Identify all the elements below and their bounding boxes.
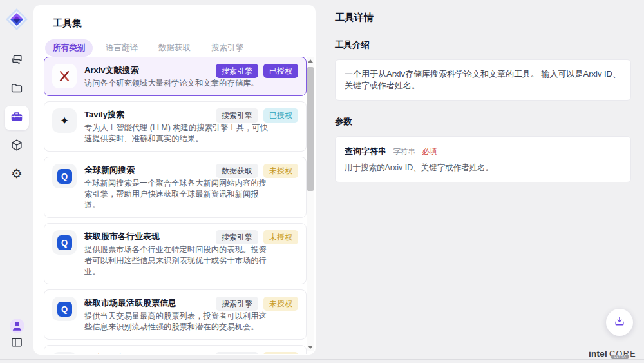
scroll-down-icon[interactable] xyxy=(307,343,314,351)
tab-3[interactable]: 搜索引擎 xyxy=(204,39,251,57)
tool-description: 提供股票市场各个行业在特定时间段内的表现。投资者可以利用这些信息来识别表现优于或… xyxy=(84,244,270,277)
tool-card[interactable]: 万维地区新闻查询 查询具体行政区划内的新闻，快速了解各地新闻动 搜索引擎 未授权 xyxy=(44,345,307,354)
tool-description: 提供当天交易量最高的股票列表，投资者可以利用这些信息来识别流动性强的股票和潜在的… xyxy=(84,311,270,333)
sidebar-item-models[interactable] xyxy=(5,134,29,159)
tool-card[interactable]: Q 获取股市各行业表现 提供股票市场各个行业在特定时间段内的表现。投资者可以利用… xyxy=(44,223,307,284)
toolbox-icon xyxy=(10,110,24,126)
auth-status-badge: 未授权 xyxy=(263,352,298,354)
category-tabs: 所有类别语言翻译数据获取搜索引擎 xyxy=(45,39,316,57)
app-sidebar: ⚙ xyxy=(0,0,33,363)
category-badge: 搜索引擎 xyxy=(216,230,258,244)
gem-logo-icon xyxy=(5,7,29,32)
tool-description: 全球新闻搜索是一个聚合全球各大新闻网站内容的搜索引擎，帮助用户快速获取全球最新资… xyxy=(84,178,270,211)
tool-description: 访问各个研究领域大量科学论文和文章的存储库。 xyxy=(84,78,259,89)
scroll-up-icon[interactable] xyxy=(307,57,314,65)
tool-card[interactable]: Q 获取市场最活跃股票信息 提供当天交易量最高的股票列表，投资者可以利用这些信息… xyxy=(44,289,307,340)
arxiv-x-icon xyxy=(52,64,77,88)
intel-core-logo: intel core ULTRA xyxy=(589,349,636,358)
sidebar-item-chat[interactable] xyxy=(5,49,29,74)
category-badge: 搜索引擎 xyxy=(216,64,258,78)
cube-icon xyxy=(10,138,24,155)
tool-card[interactable]: Q 全球新闻搜索 全球新闻搜索是一个聚合全球各大新闻网站内容的搜索引擎，帮助用户… xyxy=(44,157,307,218)
panel-layout-icon xyxy=(10,336,23,351)
tool-list-panel: 工具集 所有类别语言翻译数据获取搜索引擎 Arxiv文献搜索 访问各个研究领域大… xyxy=(33,5,316,355)
param-type: 字符串 xyxy=(393,148,415,155)
auth-status-badge: 未授权 xyxy=(263,230,298,244)
q-news-icon: Q xyxy=(52,230,77,255)
param-name: 查询字符串 xyxy=(345,146,386,156)
sidebar-item-settings[interactable]: ⚙ xyxy=(5,161,29,186)
category-badge: 搜索引擎 xyxy=(216,297,258,311)
intro-text-box: 一个用于从Arxiv存储库搜索科学论文和文章的工具。 输入可以是Arxiv ID… xyxy=(335,59,631,101)
intro-heading: 工具介绍 xyxy=(335,39,631,51)
folder-icon xyxy=(10,81,24,98)
newspaper-icon xyxy=(52,352,77,354)
q-news-icon: Q xyxy=(52,164,77,188)
download-icon xyxy=(613,315,626,330)
auth-status-badge: 未授权 xyxy=(263,297,298,311)
list-scrollbar[interactable] xyxy=(307,57,314,351)
tool-card-list: Arxiv文献搜索 访问各个研究领域大量科学论文和文章的存储库。 搜索引擎 已授… xyxy=(44,57,307,354)
category-badge: 搜索引擎 xyxy=(216,108,258,123)
tab-0[interactable]: 所有类别 xyxy=(45,39,93,57)
sidebar-item-collapse-panel[interactable] xyxy=(5,331,29,356)
tab-1[interactable]: 语言翻译 xyxy=(98,39,146,57)
tool-detail-panel: 工具详情 工具介绍 一个用于从Arxiv存储库搜索科学论文和文章的工具。 输入可… xyxy=(323,0,644,363)
auth-status-badge: 未授权 xyxy=(263,164,298,178)
param-description: 用于搜索的Arxiv ID、关键字或作者姓名。 xyxy=(345,162,621,173)
q-news-icon: Q xyxy=(52,297,77,321)
param-required-flag: 必填 xyxy=(422,148,437,155)
tab-2[interactable]: 数据获取 xyxy=(151,39,198,57)
window-bottom-edge xyxy=(0,359,644,360)
sidebar-item-tools[interactable] xyxy=(5,106,29,130)
tool-card[interactable]: ✦ Tavily搜索 专为人工智能代理 (LLM) 构建的搜索引擎工具，可快速提… xyxy=(44,101,307,152)
ultra-badge: ULTRA xyxy=(611,355,629,359)
intel-wordmark: intel xyxy=(589,349,607,358)
page-title: 工具集 xyxy=(33,5,316,30)
sparkle-icon: ✦ xyxy=(52,108,77,133)
auth-status-badge: 已授权 xyxy=(263,64,298,78)
download-button[interactable] xyxy=(606,309,633,336)
params-heading: 参数 xyxy=(335,116,631,128)
sidebar-item-files[interactable] xyxy=(5,77,29,102)
detail-title: 工具详情 xyxy=(335,12,631,24)
chat-icon xyxy=(10,53,24,70)
scrollbar-thumb[interactable] xyxy=(307,67,314,191)
tool-card[interactable]: Arxiv文献搜索 访问各个研究领域大量科学论文和文章的存储库。 搜索引擎 已授… xyxy=(44,57,307,96)
parameter-card: 查询字符串 字符串 必填 用于搜索的Arxiv ID、关键字或作者姓名。 xyxy=(335,136,631,182)
tool-description: 专为人工智能代理 (LLM) 构建的搜索引擎工具，可快速提供实时、准确和真实的结… xyxy=(84,123,270,144)
category-badge: 搜索引擎 xyxy=(216,352,258,354)
auth-status-badge: 已授权 xyxy=(263,108,298,123)
category-badge: 数据获取 xyxy=(216,164,258,178)
settings-gear-icon: ⚙ xyxy=(11,167,23,180)
